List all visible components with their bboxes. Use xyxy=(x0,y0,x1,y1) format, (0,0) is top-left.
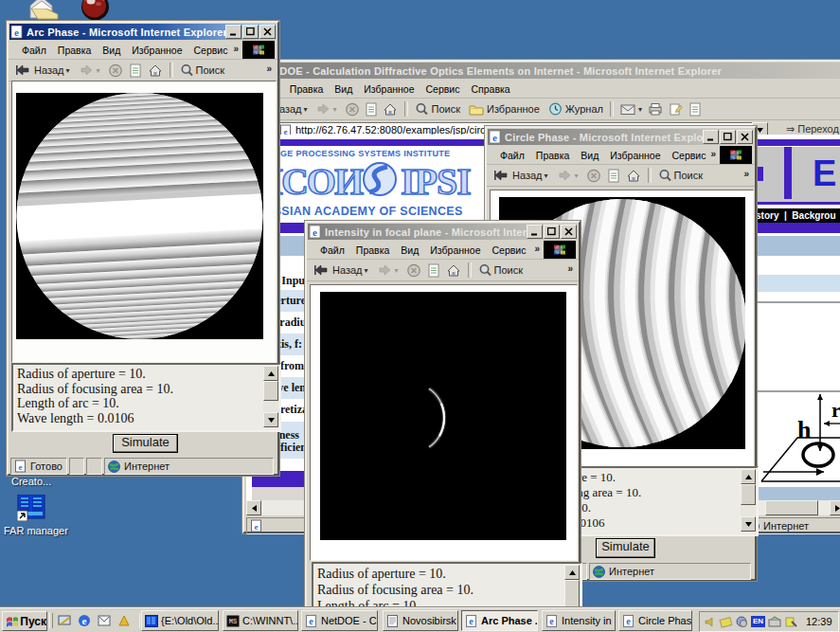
svg-text:e: e xyxy=(19,462,23,472)
svg-text:e: e xyxy=(549,616,554,626)
svg-text:e: e xyxy=(313,226,317,238)
svg-text:e: e xyxy=(309,616,313,626)
svg-text:e: e xyxy=(14,27,19,38)
svg-text:e: e xyxy=(82,615,87,626)
svg-text:h: h xyxy=(797,416,812,443)
svg-text:MS: MS xyxy=(229,618,237,625)
svg-text:IPSI: IPSI xyxy=(401,160,471,201)
svg-text:r: r xyxy=(831,398,840,422)
svg-text:e: e xyxy=(255,522,259,532)
svg-text:e: e xyxy=(469,616,474,626)
svg-text:e: e xyxy=(626,616,631,626)
svg-text:e: e xyxy=(492,132,497,143)
